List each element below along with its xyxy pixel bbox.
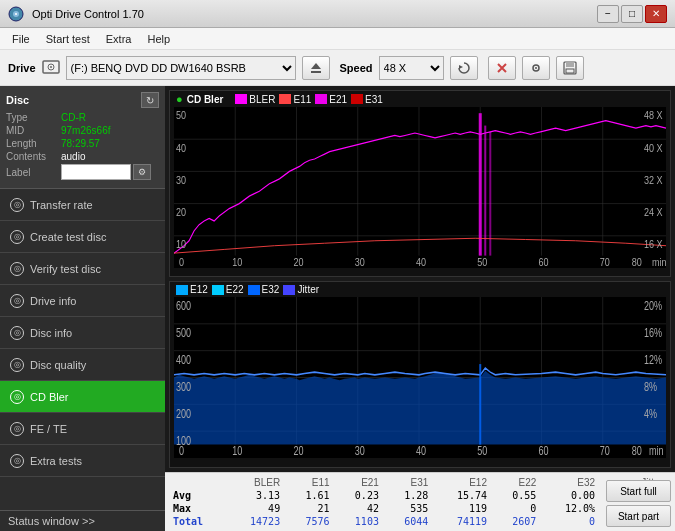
- start-full-button[interactable]: Start full: [606, 480, 671, 502]
- table-row: Avg 3.13 1.61 0.23 1.28 15.74 0.55 0.00 …: [173, 489, 667, 502]
- cd-bler-icon: ◎: [10, 390, 24, 404]
- table-row: Total 14723 7576 1103 6044 74119 2607 0: [173, 515, 667, 528]
- legend-e31: E31: [351, 94, 383, 105]
- sidebar-item-disc-info[interactable]: ◎ Disc info: [0, 317, 165, 349]
- svg-text:600: 600: [176, 299, 191, 313]
- status-window-button[interactable]: Status window >>: [8, 515, 95, 527]
- refresh-button[interactable]: [450, 56, 478, 80]
- svg-text:16 X: 16 X: [644, 238, 663, 250]
- maximize-button[interactable]: □: [621, 5, 643, 23]
- stats-header-bler: BLER: [226, 476, 285, 489]
- total-e21: 1103: [334, 515, 383, 528]
- extra-tests-icon: ◎: [10, 454, 24, 468]
- svg-text:80: 80: [632, 444, 642, 458]
- svg-text:50: 50: [176, 109, 186, 121]
- svg-text:60: 60: [538, 256, 548, 268]
- legend-e11: E11: [279, 94, 311, 105]
- avg-e21: 0.23: [334, 489, 383, 502]
- save-button[interactable]: [556, 56, 584, 80]
- svg-text:20: 20: [293, 256, 303, 268]
- table-row: Max 49 21 42 535 119 0 12.0%: [173, 502, 667, 515]
- jitter-chart: E12 E22 E32 Jitter: [169, 281, 671, 468]
- menu-file[interactable]: File: [4, 31, 38, 47]
- sidebar: Disc ↻ Type CD-R MID 97m26s66f Length 78…: [0, 86, 165, 531]
- svg-text:48 X: 48 X: [644, 109, 663, 121]
- svg-text:20: 20: [293, 444, 303, 458]
- svg-text:0: 0: [179, 256, 184, 268]
- disc-refresh-button[interactable]: ↻: [141, 92, 159, 108]
- sidebar-item-verify-test-disc[interactable]: ◎ Verify test disc: [0, 253, 165, 285]
- sidebar-item-transfer-rate[interactable]: ◎ Transfer rate: [0, 189, 165, 221]
- length-label: Length: [6, 138, 61, 149]
- svg-marker-60: [174, 371, 666, 445]
- svg-text:40 X: 40 X: [644, 142, 663, 154]
- total-label: Total: [173, 515, 226, 528]
- svg-text:30: 30: [355, 444, 365, 458]
- legend-e22: E22: [212, 284, 244, 295]
- max-e32: 12.0%: [540, 502, 599, 515]
- sidebar-item-create-test-disc[interactable]: ◎ Create test disc: [0, 221, 165, 253]
- svg-text:30: 30: [355, 256, 365, 268]
- svg-text:30: 30: [176, 174, 186, 186]
- clear-button[interactable]: [488, 56, 516, 80]
- minimize-button[interactable]: −: [597, 5, 619, 23]
- sidebar-item-drive-info[interactable]: ◎ Drive info: [0, 285, 165, 317]
- sidebar-item-fe-te[interactable]: ◎ FE / TE: [0, 413, 165, 445]
- max-e21: 42: [334, 502, 383, 515]
- max-label: Max: [173, 502, 226, 515]
- legend-e12: E12: [176, 284, 208, 295]
- legend-bler-label: BLER: [249, 94, 275, 105]
- svg-text:10: 10: [232, 444, 242, 458]
- label-settings-button[interactable]: ⚙: [133, 164, 151, 180]
- jitter-chart-title: E12 E22 E32 Jitter: [170, 282, 670, 297]
- stats-header-e32: E32: [540, 476, 599, 489]
- avg-e12: 15.74: [432, 489, 491, 502]
- bler-title-text: CD Bler: [187, 94, 224, 105]
- sidebar-item-cd-bler[interactable]: ◎ CD Bler: [0, 381, 165, 413]
- max-e11: 21: [284, 502, 333, 515]
- length-value: 78:29.57: [61, 138, 100, 149]
- drive-select[interactable]: (F:) BENQ DVD DD DW1640 BSRB: [66, 56, 296, 80]
- start-part-button[interactable]: Start part: [606, 505, 671, 527]
- sidebar-item-disc-quality[interactable]: ◎ Disc quality: [0, 349, 165, 381]
- svg-text:40: 40: [416, 256, 426, 268]
- max-e31: 535: [383, 502, 432, 515]
- eject-button[interactable]: [302, 56, 330, 80]
- svg-point-10: [535, 67, 537, 69]
- svg-text:400: 400: [176, 353, 191, 367]
- charts-container: ● CD Bler BLER E11 E21 E31: [165, 86, 675, 472]
- svg-text:20%: 20%: [644, 299, 663, 313]
- svg-text:10: 10: [232, 256, 242, 268]
- max-e22: 0: [491, 502, 540, 515]
- menu-start-test[interactable]: Start test: [38, 31, 98, 47]
- transfer-rate-icon: ◎: [10, 198, 24, 212]
- fe-te-label: FE / TE: [30, 423, 67, 435]
- label-input[interactable]: [61, 164, 131, 180]
- svg-point-2: [15, 13, 17, 15]
- legend-e11-label: E11: [293, 94, 311, 105]
- speed-select[interactable]: 48 X: [379, 56, 444, 80]
- avg-bler: 3.13: [226, 489, 285, 502]
- bler-chart-inner: 50 40 30 20 10 48 X 40 X 32 X 24 X 16 X: [174, 107, 666, 268]
- max-e12: 119: [432, 502, 491, 515]
- svg-text:min: min: [649, 444, 664, 458]
- menu-extra[interactable]: Extra: [98, 31, 140, 47]
- svg-text:8%: 8%: [644, 380, 657, 394]
- settings-button[interactable]: [522, 56, 550, 80]
- legend-e32: E32: [248, 284, 280, 295]
- bler-chart-svg: 50 40 30 20 10 48 X 40 X 32 X 24 X 16 X: [174, 107, 666, 268]
- menu-help[interactable]: Help: [139, 31, 178, 47]
- close-button[interactable]: ✕: [645, 5, 667, 23]
- legend-e22-label: E22: [226, 284, 244, 295]
- status-panel: Status window >>: [0, 510, 165, 531]
- mid-value: 97m26s66f: [61, 125, 110, 136]
- sidebar-item-extra-tests[interactable]: ◎ Extra tests: [0, 445, 165, 477]
- legend-jitter-label: Jitter: [297, 284, 319, 295]
- total-bler: 14723: [226, 515, 285, 528]
- total-e31: 6044: [383, 515, 432, 528]
- total-e12: 74119: [432, 515, 491, 528]
- window-controls: − □ ✕: [597, 5, 667, 23]
- svg-text:60: 60: [538, 444, 548, 458]
- svg-text:80: 80: [632, 256, 642, 268]
- create-test-icon: ◎: [10, 230, 24, 244]
